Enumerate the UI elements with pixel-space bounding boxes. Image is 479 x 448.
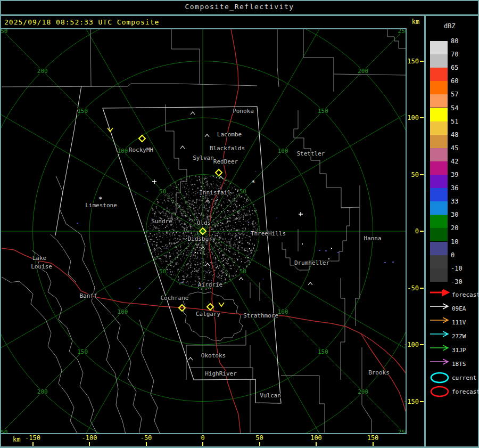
dot-marker <box>247 257 249 258</box>
city-label: Olds <box>197 219 211 226</box>
window-title: Composite_Reflectivity <box>185 3 294 11</box>
ring-distance-label: 50 <box>240 188 246 195</box>
blue-speck-marker <box>139 288 141 289</box>
legend-label: forecast <box>452 291 479 298</box>
ring-distance-label: 150 <box>318 108 328 115</box>
colorscale-block <box>430 41 448 54</box>
colorscale-title: dBZ <box>444 22 456 30</box>
colorscale-value: -10 <box>451 265 475 272</box>
colorscale-value: 45 <box>451 144 475 152</box>
legend-label: forecast <box>452 388 479 395</box>
dot-marker <box>331 248 332 249</box>
city-label: Cochrane <box>161 295 189 302</box>
colorscale-value: 57 <box>451 91 475 98</box>
legend-row: 09EA <box>426 302 477 315</box>
city-label: Innisfail <box>199 189 231 196</box>
colorscale-block <box>430 121 448 135</box>
city-label: ThreeHills <box>251 230 286 237</box>
colorscale-block <box>430 215 448 228</box>
city-label: Lake <box>32 255 47 262</box>
axis-tick-label: 150 <box>401 58 419 65</box>
axis-tick-label: -50 <box>401 284 419 292</box>
ring-distance-label: 100 <box>117 148 128 154</box>
city-label: RedDeer <box>213 158 238 165</box>
caret-marker-icon <box>308 282 312 285</box>
colorscale-block <box>430 81 448 94</box>
dot-marker <box>195 252 196 253</box>
colorscale-block <box>430 228 448 241</box>
storm-ellipse-icon <box>429 385 452 398</box>
blue-speck-marker <box>77 223 78 224</box>
legend-label: 09EA <box>452 305 466 312</box>
city-label: Sylvan <box>193 154 214 161</box>
colorscale-value: 42 <box>451 158 475 165</box>
axis-tick-label: 50 <box>248 434 271 442</box>
caret-marker-icon <box>191 112 195 115</box>
blue-speck-marker <box>180 282 182 283</box>
axis-tick-mark <box>420 231 424 232</box>
legend-label: current <box>452 374 476 381</box>
ring-distance-label: 200 <box>37 68 48 75</box>
city-label: Strathmore <box>243 312 278 319</box>
axis-tick-mark <box>420 288 424 289</box>
colorscale-value: 20 <box>451 224 475 232</box>
bottom-axis: -150-100-50050100150 <box>1 434 407 446</box>
axis-tick-label: -150 <box>401 398 419 405</box>
legend-label: 27ZW <box>452 333 466 340</box>
city-label: Hanna <box>364 235 381 242</box>
axis-tick-mark <box>420 117 424 118</box>
legend-row: 31JP <box>426 343 477 357</box>
right-axis: 150100500-50-100-150 <box>407 29 424 433</box>
axis-tick-mark <box>32 442 34 446</box>
caret-marker-icon <box>188 357 193 360</box>
city-label: Didsbury <box>188 235 216 242</box>
scan-sector <box>55 86 281 403</box>
y-axis-unit-label: km <box>407 18 424 26</box>
axis-tick-mark <box>259 442 260 446</box>
ring-distance-label: 150 <box>77 108 88 115</box>
city-label: Brooks <box>368 369 390 376</box>
legend-row: forecast <box>426 385 477 398</box>
legend-row: 18TS <box>426 357 477 371</box>
colorscale-value: 30 <box>451 211 475 218</box>
colorscale-block <box>430 148 448 161</box>
axis-tick-label: -100 <box>401 341 419 348</box>
city-label: Sundre <box>151 218 172 225</box>
colorscale-value: 39 <box>451 171 475 178</box>
colorscale-block <box>430 268 448 282</box>
ring-distance-label: 150 <box>77 348 88 355</box>
ring-distance-label: 100 <box>278 308 288 315</box>
ring-distance-label: 200 <box>37 388 48 395</box>
asterisk-marker-icon: * <box>251 178 255 186</box>
ring-distance-label: 200 <box>358 388 368 395</box>
city-label: Drumheller <box>294 259 330 266</box>
colorscale-value: 51 <box>451 118 475 125</box>
colorscale-value: -30 <box>451 278 475 286</box>
dot-marker <box>237 211 238 213</box>
axis-tick-label: -50 <box>135 434 158 442</box>
caret-marker-icon <box>180 146 185 149</box>
legend-label: 111V <box>452 319 466 326</box>
ring-distance-label: 50 <box>159 188 166 195</box>
caret-marker-icon <box>239 278 243 280</box>
asterisk-marker-icon: * <box>98 195 103 203</box>
legend-label: 31JP <box>452 347 466 354</box>
city-label: HighRiver <box>205 370 237 377</box>
blue-speck-marker <box>325 250 327 251</box>
city-label: Blackfalds <box>210 145 245 152</box>
ring-distance-label: 250 <box>1 429 7 434</box>
axis-tick-mark <box>146 442 147 446</box>
dot-marker <box>328 258 329 259</box>
target-diamond-icon <box>139 135 145 142</box>
dot-marker <box>302 243 303 245</box>
axis-tick-mark <box>420 174 424 175</box>
colorscale-value: 70 <box>451 51 475 58</box>
city-label: Okotoks <box>201 352 226 359</box>
colorscale-block <box>430 188 448 201</box>
caret-marker-icon <box>205 263 210 266</box>
track-arrow-icon <box>429 329 452 339</box>
radar-map[interactable]: 5050505010010010010015015015015020020020… <box>1 29 406 433</box>
legend-label: 18TS <box>452 361 466 368</box>
city-label: Calgary <box>196 311 221 317</box>
colorscale-value: 36 <box>451 184 475 192</box>
